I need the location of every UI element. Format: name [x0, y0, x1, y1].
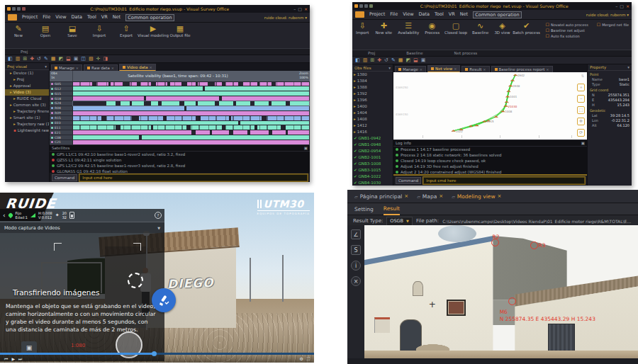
checkbox-auto-fix-solution[interactable]: ☐Auto fix solution	[546, 34, 588, 38]
tool-icon[interactable]: ◧	[8, 56, 13, 62]
tool-icon[interactable]: ▦	[398, 57, 403, 63]
canvas-tool-button[interactable]: ✛	[577, 118, 585, 125]
tab-video-data[interactable]: Video data×	[119, 64, 156, 71]
ribbon-button-new-site[interactable]: ✚New site	[376, 21, 393, 35]
menu-item-vr[interactable]: VR	[101, 14, 108, 21]
obs-item-1408[interactable]: ▸1408	[352, 116, 393, 123]
minimize-button[interactable]: –	[615, 4, 617, 8]
account-label[interactable]: ruide cloud: rubenm ▾	[586, 13, 629, 17]
model-viewport[interactable]: + R2R3M6N 255874.35 E 435443.29 H 15.243	[364, 225, 638, 358]
canvas-tool-button[interactable]: －	[577, 95, 585, 103]
ribbon-button-output-file[interactable]: ▦Output file	[169, 24, 191, 38]
baseline-network-canvas[interactable]: ⇅ ＋－⬚✛⟳ 094209481001V1030100810151022436…	[393, 72, 587, 140]
info-icon[interactable]: i	[351, 261, 361, 271]
tool-icon[interactable]: ▧	[89, 56, 94, 62]
tool-icon[interactable]: ✚	[30, 56, 34, 62]
obs-item-1384[interactable]: ▸1384	[352, 78, 393, 84]
satellite-track-row[interactable]: E03	[50, 121, 310, 125]
help-button[interactable]: ?	[155, 212, 162, 219]
title-bar[interactable]: C:\Proj\UTM30\01_Edificio motor riego.vs…	[5, 5, 310, 13]
tab-manage[interactable]: Manage×	[51, 64, 82, 71]
tree-item-common-site-3-[interactable]: ▸Common site (3)	[5, 102, 49, 108]
result-type-select[interactable]: OSGB▼	[386, 217, 413, 226]
tab-p-gina-principal[interactable]: ▱Página principal×	[352, 190, 411, 203]
ribbon-button-availability[interactable]: ☰Availability	[398, 21, 419, 35]
menu-item-data[interactable]: Data	[72, 14, 83, 21]
tool-icon[interactable]: ⊞	[23, 56, 27, 62]
tool-icon[interactable]: ↺	[37, 56, 41, 62]
tab-close-icon[interactable]: ×	[76, 66, 79, 70]
log-expand-icon[interactable]: ▣	[304, 146, 308, 150]
subtab-setting[interactable]: Setting	[354, 203, 374, 215]
tab-close-icon[interactable]: ×	[420, 67, 422, 72]
maximize-button[interactable]: ▢	[620, 4, 624, 8]
obs-item-1388[interactable]: ▸1388	[352, 84, 393, 91]
obs-item-1396[interactable]: ▸1396	[352, 97, 393, 103]
tool-icon[interactable]: ⬓	[413, 57, 418, 63]
tree-item-trajectory-raw-1-[interactable]: ▸Trajectory raw (1)	[5, 121, 49, 127]
title-bar[interactable]: C:\Proj\UTM30\01_Edificio motor riego_ne…	[352, 2, 632, 10]
point-item-GNB2-0954[interactable]: ✔GNB2-0954	[352, 148, 393, 154]
tab-close-icon[interactable]: ×	[150, 65, 152, 69]
account-label[interactable]: ruide cloud: rubenm ▾	[264, 16, 307, 20]
menu-item-common-operation[interactable]: Common operation	[125, 14, 174, 21]
previous-button[interactable]: ⏮	[4, 356, 8, 362]
satellite-track-row[interactable]: E11	[50, 125, 310, 130]
satellite-track-row[interactable]: G12	[50, 86, 310, 91]
menu-item-file[interactable]: File	[43, 14, 50, 21]
menu-item-vr[interactable]: VR	[449, 11, 455, 18]
tool-icon[interactable]: ◫	[81, 56, 86, 62]
tab-mapa[interactable]: ▱Mapa×	[414, 190, 446, 203]
ribbon-button-process[interactable]: ◉Process	[425, 21, 440, 35]
command-button[interactable]: Command	[396, 177, 421, 184]
tree-item-ruide-cloud[interactable]: ▸RUIDE Cloud	[5, 96, 49, 102]
ribbon-button-baseline[interactable]: ∿Baseline	[472, 21, 488, 35]
satellite-track-row[interactable]: G15	[50, 91, 310, 96]
checkbox-novatel-auto-process[interactable]: ☐Novatel auto process	[546, 23, 588, 27]
tab-close-icon[interactable]: ×	[454, 67, 457, 71]
ribbon-button-export[interactable]: ⇧Export	[116, 24, 137, 38]
toolbar-icon[interactable]	[22, 7, 26, 11]
toolbar-icon[interactable]	[12, 7, 16, 11]
back-button[interactable]: ‹	[3, 212, 6, 219]
tab-raw-data[interactable]: Raw data×	[84, 64, 118, 71]
obs-item-1380[interactable]: ▸1380	[352, 72, 393, 78]
checkbox-merged-net-file[interactable]: ☐Merged net file	[597, 23, 629, 27]
measure-icon[interactable]: ∠	[351, 229, 361, 239]
snapshot-icon[interactable]: S	[351, 245, 361, 255]
tab-manage[interactable]: Manage×	[395, 66, 426, 72]
capture-mode-selector[interactable]: Modo captura de Videos ▼	[0, 222, 164, 233]
ribbon-button-visual-modeling[interactable]: ▶Visual modeling	[142, 24, 164, 38]
satellite-track-row[interactable]: E21	[50, 130, 310, 135]
tool-icon[interactable]: ▦	[51, 56, 56, 62]
tool-icon[interactable]: ✎	[391, 57, 396, 63]
command-input[interactable]: Input cmd here	[79, 174, 308, 181]
tab-modeling-view[interactable]: ▱Modeling view×	[449, 190, 504, 203]
ribbon-button-import[interactable]: ⇩Import	[355, 21, 370, 35]
satellite-track-row[interactable]: G24	[50, 101, 310, 106]
point-item-GNB3-1015[interactable]: ✔GNB3-1015	[352, 167, 393, 174]
tool-icon[interactable]: ◩	[405, 57, 410, 63]
satellite-track-row[interactable]: R04	[50, 106, 310, 110]
tree-item-video-3-[interactable]: ▸Video (3)	[5, 89, 49, 96]
maximize-button[interactable]: ▢	[298, 6, 302, 11]
toolbar-icon[interactable]	[369, 4, 373, 8]
tool-icon[interactable]: ▥	[363, 57, 368, 63]
command-input[interactable]: Input cmd here	[423, 177, 585, 184]
tab-close-icon[interactable]: ×	[498, 193, 502, 199]
obs-item-1416[interactable]: ▸1416	[352, 129, 393, 135]
menu-item-net[interactable]: Net	[460, 11, 468, 18]
close-view-icon[interactable]: ×	[351, 276, 361, 286]
log-expand-icon[interactable]: ▣	[581, 141, 585, 145]
ribbon-button-new[interactable]: ✎New	[8, 24, 29, 38]
satellite-track-row[interactable]: G05	[50, 82, 310, 86]
tab-result[interactable]: Result×	[461, 66, 489, 72]
obs-item-1412[interactable]: ▸1412	[352, 123, 393, 129]
tree-item-device-1-[interactable]: ▸Device (1)	[5, 70, 49, 76]
toolbar-icon[interactable]	[364, 4, 368, 8]
minimize-button[interactable]: –	[293, 6, 296, 11]
tree-item-smart-site-1-[interactable]: ▸Smart site (1)	[5, 115, 49, 121]
menu-item-net[interactable]: Net	[113, 14, 121, 21]
checkbox-baseline-net-adjust[interactable]: ☐Baseline net adjust	[546, 28, 588, 33]
tool-icon[interactable]: ⊞	[370, 57, 374, 63]
